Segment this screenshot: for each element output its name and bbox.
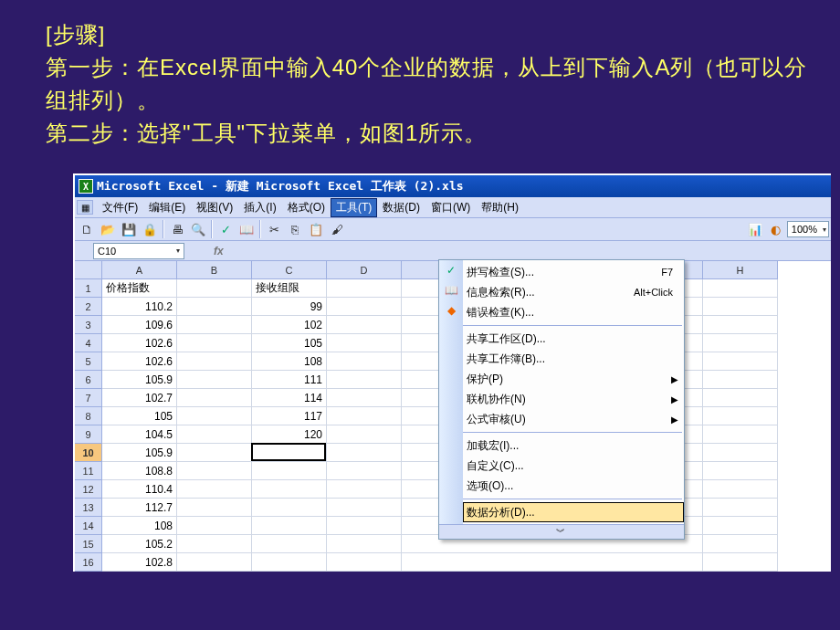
cell[interactable] bbox=[327, 407, 402, 425]
paste-icon[interactable]: 📋 bbox=[306, 219, 326, 239]
cell[interactable]: 102 bbox=[252, 316, 327, 334]
cell[interactable] bbox=[177, 499, 252, 517]
menu-item-addins[interactable]: 加载宏(I)... bbox=[463, 436, 684, 456]
cell[interactable]: 105 bbox=[252, 334, 327, 352]
cell[interactable] bbox=[327, 553, 402, 572]
open-icon[interactable]: 📂 bbox=[98, 219, 118, 239]
col-header-b[interactable]: B bbox=[177, 261, 252, 279]
cell[interactable] bbox=[402, 553, 703, 572]
cell[interactable]: 108.8 bbox=[102, 462, 177, 480]
cell[interactable] bbox=[327, 480, 402, 499]
cell[interactable]: 105.9 bbox=[102, 444, 177, 462]
cell[interactable] bbox=[327, 371, 402, 389]
cell[interactable]: 111 bbox=[252, 371, 327, 389]
cell[interactable] bbox=[252, 553, 327, 572]
menu-item-spelling[interactable]: 拼写检查(S)...F7 bbox=[463, 262, 684, 282]
cell[interactable] bbox=[177, 517, 252, 535]
cell[interactable] bbox=[177, 444, 252, 462]
menu-item-protect[interactable]: 保护(P)▶ bbox=[463, 369, 684, 389]
cell[interactable] bbox=[252, 517, 327, 535]
cell[interactable] bbox=[703, 480, 778, 499]
menu-file[interactable]: 文件(F) bbox=[97, 198, 143, 217]
cell-active[interactable] bbox=[252, 444, 327, 462]
cell[interactable] bbox=[703, 425, 778, 444]
cell[interactable] bbox=[327, 352, 402, 371]
cell[interactable] bbox=[703, 371, 778, 389]
menu-item-data-analysis[interactable]: 数据分析(D)... bbox=[463, 502, 684, 522]
cell[interactable] bbox=[177, 316, 252, 334]
cell[interactable] bbox=[703, 352, 778, 371]
cell[interactable]: 110.2 bbox=[102, 298, 177, 316]
drawing-icon[interactable]: ◐ bbox=[766, 219, 786, 239]
col-header-c[interactable]: C bbox=[252, 261, 327, 279]
cell[interactable]: 102.8 bbox=[102, 553, 177, 572]
cell[interactable]: 102.6 bbox=[102, 352, 177, 371]
cell[interactable] bbox=[177, 371, 252, 389]
menu-item-options[interactable]: 选项(O)... bbox=[463, 476, 684, 496]
cell[interactable]: 108 bbox=[102, 517, 177, 535]
cell[interactable] bbox=[177, 298, 252, 316]
cell[interactable]: 120 bbox=[252, 425, 327, 444]
format-painter-icon[interactable]: 🖌 bbox=[327, 219, 347, 239]
cell[interactable]: 112.7 bbox=[102, 499, 177, 517]
menu-tools[interactable]: 工具(T) bbox=[331, 198, 377, 217]
row-header[interactable]: 13 bbox=[75, 499, 102, 517]
row-header[interactable]: 16 bbox=[75, 553, 102, 572]
cell[interactable] bbox=[177, 425, 252, 444]
cell[interactable] bbox=[177, 334, 252, 352]
cell[interactable] bbox=[703, 462, 778, 480]
cell[interactable]: 114 bbox=[252, 389, 327, 407]
cell[interactable] bbox=[177, 407, 252, 425]
cell[interactable] bbox=[327, 425, 402, 444]
cell[interactable]: 108 bbox=[252, 352, 327, 371]
new-icon[interactable]: 🗋 bbox=[77, 219, 97, 239]
cell[interactable] bbox=[177, 480, 252, 499]
cell[interactable] bbox=[703, 334, 778, 352]
cell[interactable]: 109.6 bbox=[102, 316, 177, 334]
cell[interactable]: 价格指数 bbox=[102, 279, 177, 298]
cell[interactable] bbox=[327, 279, 402, 298]
cell[interactable]: 117 bbox=[252, 407, 327, 425]
col-header-d[interactable]: D bbox=[327, 261, 402, 279]
cell[interactable] bbox=[177, 553, 252, 572]
row-header[interactable]: 3 bbox=[75, 316, 102, 334]
permission-icon[interactable]: 🔒 bbox=[140, 219, 160, 239]
workbook-icon[interactable]: ▦ bbox=[77, 200, 93, 215]
cell[interactable] bbox=[703, 389, 778, 407]
cell[interactable] bbox=[327, 334, 402, 352]
cell[interactable] bbox=[252, 535, 327, 553]
cell[interactable] bbox=[703, 298, 778, 316]
cell[interactable] bbox=[327, 517, 402, 535]
menu-item-formula-audit[interactable]: 公式审核(U)▶ bbox=[463, 409, 684, 429]
cell[interactable] bbox=[327, 462, 402, 480]
cell[interactable] bbox=[252, 499, 327, 517]
cell[interactable]: 110.4 bbox=[102, 480, 177, 499]
cell[interactable] bbox=[177, 389, 252, 407]
name-box[interactable]: C10 bbox=[93, 243, 184, 259]
fx-icon[interactable]: fx bbox=[214, 245, 224, 257]
cell[interactable] bbox=[703, 407, 778, 425]
cell[interactable]: 105 bbox=[102, 407, 177, 425]
row-header[interactable]: 5 bbox=[75, 352, 102, 371]
cell[interactable] bbox=[703, 444, 778, 462]
menu-item-shared-workbook[interactable]: 共享工作簿(B)... bbox=[463, 349, 684, 369]
spellcheck-icon[interactable]: ✓ bbox=[215, 219, 236, 239]
col-header-h[interactable]: H bbox=[703, 261, 778, 279]
row-header[interactable]: 6 bbox=[75, 371, 102, 389]
menu-window[interactable]: 窗口(W) bbox=[425, 198, 476, 217]
menu-item-shared-workspace[interactable]: 共享工作区(D)... bbox=[463, 329, 684, 349]
row-header[interactable]: 15 bbox=[75, 535, 102, 553]
preview-icon[interactable]: 🔍 bbox=[188, 219, 208, 239]
cell[interactable] bbox=[177, 279, 252, 298]
menu-format[interactable]: 格式(O) bbox=[282, 198, 331, 217]
menu-insert[interactable]: 插入(I) bbox=[238, 198, 281, 217]
cell[interactable]: 102.7 bbox=[102, 389, 177, 407]
col-header-a[interactable]: A bbox=[102, 261, 177, 279]
copy-icon[interactable]: ⎘ bbox=[285, 219, 305, 239]
cell[interactable] bbox=[177, 462, 252, 480]
row-header[interactable]: 11 bbox=[75, 462, 102, 480]
save-icon[interactable]: 💾 bbox=[119, 219, 139, 239]
cell[interactable] bbox=[252, 480, 327, 499]
cell[interactable] bbox=[327, 444, 402, 462]
row-header[interactable]: 4 bbox=[75, 334, 102, 352]
